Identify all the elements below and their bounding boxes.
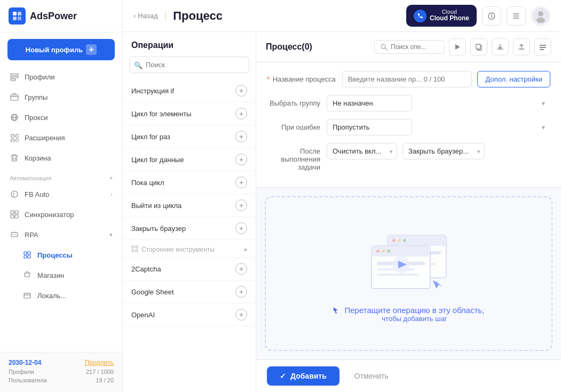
- ops-item-for-times[interactable]: Цикл for раз +: [123, 125, 256, 148]
- svg-point-56: [376, 250, 380, 253]
- error-select-wrap: Пропустить ▾: [327, 119, 550, 135]
- ops-item-close-browser[interactable]: Закрыть браузер +: [123, 217, 256, 240]
- group-row: Выбрать группу Не назначен ▾: [267, 95, 550, 111]
- process-header-actions: [374, 38, 551, 55]
- extra-settings-button[interactable]: Допол. настройки: [477, 71, 550, 87]
- back-arrow-icon: ‹: [133, 12, 136, 20]
- processes-icon: [22, 250, 32, 260]
- process-search-bar: [374, 40, 445, 54]
- ops-item-while[interactable]: Пока цикл +: [123, 171, 256, 194]
- add-break-button[interactable]: +: [235, 199, 247, 211]
- groups-icon: [10, 92, 19, 102]
- history-button[interactable]: [482, 6, 501, 26]
- add-if-button[interactable]: +: [235, 85, 247, 97]
- profiles-icon: [10, 72, 19, 82]
- ops-item-label: Пока цикл: [131, 179, 164, 187]
- download-button[interactable]: [492, 38, 509, 55]
- sidebar-item-sync[interactable]: Синхронизатор: [0, 204, 122, 225]
- ops-item-for-elem[interactable]: Цикл for элементы +: [123, 102, 256, 125]
- after-select-2[interactable]: Закрыть браузер...: [402, 143, 485, 159]
- automation-section: Автоматизация ▾: [0, 168, 122, 184]
- new-profile-button[interactable]: Новый профиль +: [7, 39, 115, 60]
- trash-icon: [10, 153, 19, 163]
- upload-button[interactable]: [513, 38, 530, 55]
- svg-text:f: f: [13, 192, 14, 197]
- svg-point-57: [382, 250, 385, 253]
- svg-rect-16: [15, 215, 18, 218]
- ops-item-label: Цикл for данные: [131, 156, 184, 164]
- sidebar-item-label: Расширения: [25, 134, 65, 142]
- add-for-times-button[interactable]: +: [235, 131, 247, 142]
- process-name-input[interactable]: [342, 71, 472, 87]
- add-for-data-button[interactable]: +: [235, 154, 247, 165]
- svg-point-11: [11, 191, 18, 197]
- cloud-phone-button[interactable]: Cloud Cloud Phone: [406, 5, 477, 26]
- add-captcha-button[interactable]: +: [235, 263, 247, 275]
- sidebar-item-trash[interactable]: Корзина: [0, 148, 122, 168]
- new-profile-label: Новый профиль: [26, 46, 83, 54]
- sidebar-item-processes[interactable]: Процессы: [0, 245, 122, 265]
- ops-item-if[interactable]: Инструкция if +: [123, 79, 256, 102]
- ops-item-openai[interactable]: OpenAI +: [123, 303, 256, 326]
- after-select-1[interactable]: Очистить вкл...: [327, 143, 397, 159]
- topbar: ‹ Назад | Процесс Cloud Cloud Phone: [123, 0, 561, 32]
- error-select[interactable]: Пропустить: [327, 119, 412, 135]
- sidebar-item-groups[interactable]: Группы: [0, 87, 122, 107]
- process-search-input[interactable]: [391, 43, 439, 51]
- ops-item-captcha[interactable]: 2Captcha +: [123, 258, 256, 281]
- sidebar-sub-label: Локаль...: [37, 292, 66, 300]
- after-task-selects: Очистить вкл... ▾ Закрыть браузер... ▾: [327, 143, 550, 159]
- add-for-elem-button[interactable]: +: [235, 108, 247, 119]
- add-while-button[interactable]: +: [235, 177, 247, 188]
- svg-marker-65: [433, 281, 438, 289]
- sidebar-navigation: Профили Группы Прокси Расширения Корзина: [0, 67, 122, 352]
- process-title: Процесс(0): [266, 42, 312, 52]
- ops-item-label: Google Sheet: [131, 288, 174, 296]
- users-stat-label: Пользователи: [9, 377, 47, 383]
- svg-rect-34: [132, 250, 134, 252]
- plus-icon: +: [86, 44, 97, 55]
- svg-rect-20: [24, 252, 27, 254]
- add-close-browser-button[interactable]: +: [235, 222, 247, 234]
- user-avatar[interactable]: [531, 6, 550, 26]
- sidebar-item-profiles[interactable]: Профили: [0, 67, 122, 87]
- process-name-label: * Название процесса: [267, 71, 336, 83]
- operations-search-input[interactable]: [129, 57, 249, 73]
- copy-button[interactable]: [470, 38, 487, 55]
- topbar-left: ‹ Назад | Процесс: [133, 9, 223, 23]
- footer-date: 2030-12-04: [9, 359, 41, 366]
- add-openai-button[interactable]: +: [235, 309, 247, 321]
- group-select[interactable]: Не назначен: [327, 95, 412, 111]
- sidebar-item-proxy[interactable]: Прокси: [0, 107, 122, 127]
- drop-subtext: чтобы добавить шаг: [333, 315, 484, 323]
- sidebar-item-fb-auto[interactable]: f FB Auto ›: [0, 184, 122, 204]
- ops-item-for-data[interactable]: Цикл for данные +: [123, 148, 256, 171]
- process-name-control: Допол. настройки: [342, 71, 550, 87]
- svg-point-31: [536, 18, 545, 23]
- sidebar-footer: 2030-12-04 Продлить Профили 217 / 1000 П…: [0, 352, 122, 392]
- add-step-button[interactable]: ✓ Добавить: [267, 366, 339, 386]
- rpa-icon: [10, 230, 19, 239]
- svg-rect-41: [540, 45, 546, 46]
- list-button[interactable]: [507, 6, 526, 26]
- sidebar-item-extensions[interactable]: Расширения: [0, 127, 122, 148]
- sidebar-item-local[interactable]: Локаль...: [0, 285, 122, 306]
- operations-panel: Операции 🔍 Инструкция if + Цикл for элем…: [123, 32, 256, 392]
- ops-item-label: OpenAI: [131, 311, 155, 319]
- sidebar-item-rpa[interactable]: RPA ▾: [0, 225, 122, 245]
- cancel-button[interactable]: Отменить: [346, 366, 397, 386]
- ops-item-break[interactable]: Выйти из цикла +: [123, 194, 256, 217]
- svg-point-49: [403, 239, 406, 242]
- back-button[interactable]: ‹ Назад: [133, 12, 158, 20]
- ops-item-gsheet[interactable]: Google Sheet +: [123, 281, 256, 303]
- add-gsheet-button[interactable]: +: [235, 286, 247, 298]
- bottom-bar: ✓ Добавить Отменить: [256, 359, 561, 392]
- sidebar-item-shop[interactable]: Магазин: [0, 265, 122, 285]
- operations-search-wrap: 🔍: [129, 57, 249, 73]
- settings-button[interactable]: [534, 38, 551, 55]
- play-button[interactable]: [449, 38, 466, 55]
- divider: |: [164, 10, 167, 21]
- extend-link[interactable]: Продлить: [85, 359, 114, 366]
- sidebar-sub-label: Магазин: [37, 271, 64, 279]
- chevron-down-icon: ▾: [244, 246, 247, 253]
